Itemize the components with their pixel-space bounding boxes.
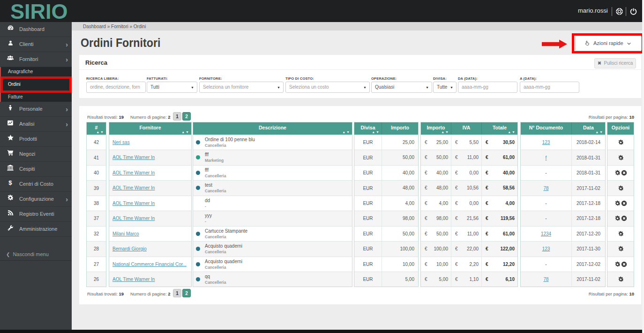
svg-text:$: $ [8, 179, 12, 186]
